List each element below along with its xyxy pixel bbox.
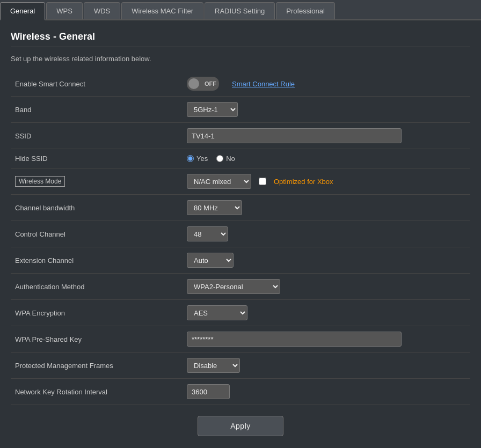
hide-ssid-yes-label[interactable]: Yes xyxy=(187,155,208,163)
row-channel-bandwidth: Channel bandwidth 20 MHz 40 MHz 80 MHz 1… xyxy=(11,195,470,221)
label-protected-management-frames: Protected Management Frames xyxy=(11,352,183,379)
label-extension-channel: Extension Channel xyxy=(11,247,183,274)
control-channel-select[interactable]: Auto 36 40 44 48 52 56 60 64 xyxy=(187,226,228,241)
page-title: Wireless - General xyxy=(11,31,470,47)
label-enable-smart-connect: Enable Smart Connect xyxy=(11,71,183,97)
network-key-rotation-interval-input[interactable] xyxy=(187,384,230,399)
channel-bandwidth-select[interactable]: 20 MHz 40 MHz 80 MHz 160 MHz xyxy=(187,200,242,215)
cell-wpa-encryption: TKIP AES TKIP+AES xyxy=(183,300,470,326)
row-ssid: SSID xyxy=(11,123,470,149)
cell-wpa-pre-shared-key xyxy=(183,326,470,352)
cell-hide-ssid: Yes No xyxy=(183,149,470,168)
wireless-mode-select[interactable]: Auto N only AC only N/AC mixed xyxy=(187,174,251,189)
cell-control-channel: Auto 36 40 44 48 52 56 60 64 xyxy=(183,221,470,247)
label-wireless-mode: Wireless Mode xyxy=(11,168,183,195)
band-select[interactable]: 2.4GHz 5GHz-1 5GHz-2 xyxy=(187,102,238,117)
label-authentication-method: Authentication Method xyxy=(11,274,183,300)
label-ssid: SSID xyxy=(11,123,183,149)
row-wpa-pre-shared-key: WPA Pre-Shared Key xyxy=(11,326,470,352)
row-extension-channel: Extension Channel Auto Above Below xyxy=(11,247,470,274)
wpa-pre-shared-key-input[interactable] xyxy=(187,332,402,347)
hide-ssid-radio-group: Yes No xyxy=(187,155,466,163)
row-authentication-method: Authentication Method Open System Shared… xyxy=(11,274,470,300)
row-band: Band 2.4GHz 5GHz-1 5GHz-2 xyxy=(11,97,470,123)
wireless-mode-row: Auto N only AC only N/AC mixed Optimized… xyxy=(187,174,466,189)
extension-channel-select[interactable]: Auto Above Below xyxy=(187,253,234,268)
hide-ssid-no-label[interactable]: No xyxy=(216,155,235,163)
tab-general[interactable]: General xyxy=(0,2,45,20)
cell-ssid xyxy=(183,123,470,149)
label-wpa-pre-shared-key: WPA Pre-Shared Key xyxy=(11,326,183,352)
settings-table: Enable Smart Connect OFF Smart Connect R… xyxy=(11,71,470,405)
label-control-channel: Control Channel xyxy=(11,221,183,247)
cell-protected-management-frames: Disable Enable Capable xyxy=(183,352,470,379)
row-wpa-encryption: WPA Encryption TKIP AES TKIP+AES xyxy=(11,300,470,326)
cell-channel-bandwidth: 20 MHz 40 MHz 80 MHz 160 MHz xyxy=(183,195,470,221)
row-network-key-rotation-interval: Network Key Rotation Interval xyxy=(11,379,470,405)
label-channel-bandwidth: Channel bandwidth xyxy=(11,195,183,221)
smart-connect-link[interactable]: Smart Connect Rule xyxy=(232,80,295,88)
protected-management-frames-select[interactable]: Disable Enable Capable xyxy=(187,358,240,373)
hide-ssid-yes-radio[interactable] xyxy=(187,155,194,162)
toggle-off-label: OFF xyxy=(205,80,216,87)
row-hide-ssid: Hide SSID Yes No xyxy=(11,149,470,168)
tab-bar: General WPS WDS Wireless MAC Filter RADI… xyxy=(0,0,481,20)
apply-btn-row: Apply xyxy=(11,416,470,445)
page-description: Set up the wireless related information … xyxy=(11,55,470,63)
cell-network-key-rotation-interval xyxy=(183,379,470,405)
row-control-channel: Control Channel Auto 36 40 44 48 52 56 6… xyxy=(11,221,470,247)
cell-wireless-mode: Auto N only AC only N/AC mixed Optimized… xyxy=(183,168,470,195)
tab-professional[interactable]: Professional xyxy=(276,2,335,19)
row-enable-smart-connect: Enable Smart Connect OFF Smart Connect R… xyxy=(11,71,470,97)
label-hide-ssid: Hide SSID xyxy=(11,149,183,168)
tab-wps[interactable]: WPS xyxy=(46,2,83,19)
label-wpa-encryption: WPA Encryption xyxy=(11,300,183,326)
label-network-key-rotation-interval: Network Key Rotation Interval xyxy=(11,379,183,405)
wpa-encryption-select[interactable]: TKIP AES TKIP+AES xyxy=(187,305,247,320)
hide-ssid-no-text: No xyxy=(226,155,235,163)
label-band: Band xyxy=(11,97,183,123)
tab-wds[interactable]: WDS xyxy=(84,2,120,19)
cell-authentication-method: Open System Shared Key WPA-Personal WPA2… xyxy=(183,274,470,300)
cell-extension-channel: Auto Above Below xyxy=(183,247,470,274)
hide-ssid-no-radio[interactable] xyxy=(216,155,223,162)
smart-connect-toggle[interactable]: OFF xyxy=(187,77,219,91)
tab-wireless-mac-filter[interactable]: Wireless MAC Filter xyxy=(121,2,203,19)
cell-enable-smart-connect: OFF Smart Connect Rule xyxy=(183,71,470,97)
authentication-method-select[interactable]: Open System Shared Key WPA-Personal WPA2… xyxy=(187,279,280,294)
row-wireless-mode: Wireless Mode Auto N only AC only N/AC m… xyxy=(11,168,470,195)
ssid-input[interactable] xyxy=(187,128,402,143)
main-content: Wireless - General Set up the wireless r… xyxy=(0,20,481,448)
toggle-knob xyxy=(188,78,199,89)
row-protected-management-frames: Protected Management Frames Disable Enab… xyxy=(11,352,470,379)
cell-band: 2.4GHz 5GHz-1 5GHz-2 xyxy=(183,97,470,123)
optimized-xbox-checkbox[interactable] xyxy=(259,178,266,185)
wireless-mode-boxed-label: Wireless Mode xyxy=(15,176,65,187)
hide-ssid-yes-text: Yes xyxy=(196,155,208,163)
optimized-xbox-label: Optimized for Xbox xyxy=(274,178,333,186)
tab-radius-setting[interactable]: RADIUS Setting xyxy=(205,2,275,19)
apply-button[interactable]: Apply xyxy=(198,416,283,436)
